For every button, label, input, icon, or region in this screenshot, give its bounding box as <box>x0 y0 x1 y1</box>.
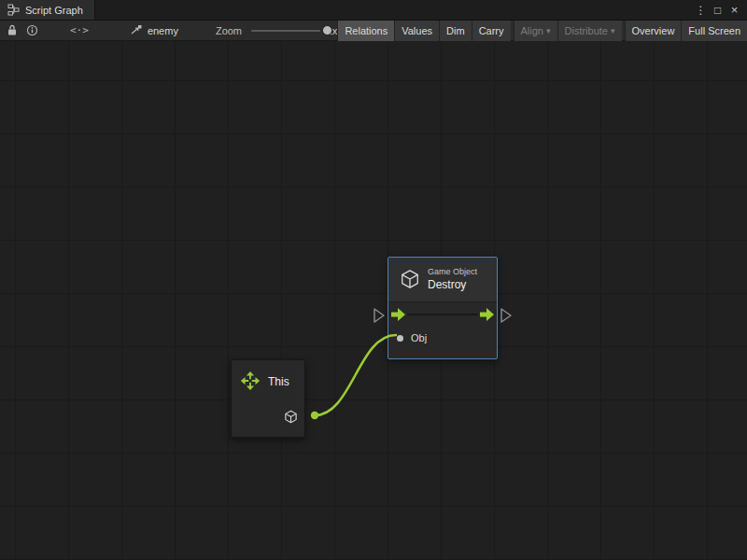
control-output-port[interactable] <box>480 308 494 321</box>
control-flow-row <box>388 302 497 327</box>
zoom-slider-track[interactable] <box>251 30 320 32</box>
window-controls: ⋮ □ × <box>694 0 747 20</box>
node-destroy[interactable]: Game Object Destroy Obj <box>388 257 498 359</box>
tab-title: Script Graph <box>25 5 83 16</box>
full-screen-button[interactable]: Full Screen <box>681 21 747 41</box>
zoom-slider[interactable] <box>251 25 320 36</box>
maximize-icon[interactable]: □ <box>711 4 725 17</box>
overview-button[interactable]: Overview <box>625 21 682 41</box>
info-icon[interactable] <box>26 24 38 36</box>
titlebar: Script Graph ⋮ □ × <box>0 0 747 21</box>
port-obj-label: Obj <box>411 332 427 343</box>
close-icon[interactable]: × <box>727 3 741 17</box>
chevron-down-icon: ▾ <box>546 26 551 35</box>
control-output-outer-port[interactable] <box>501 309 511 322</box>
graph-breadcrumb[interactable]: enemy <box>130 24 178 37</box>
script-graph-window: Script Graph ⋮ □ × <·> <box>0 0 747 560</box>
tab-script-graph[interactable]: Script Graph <box>0 0 95 20</box>
relations-button[interactable]: Relations <box>337 21 394 41</box>
code-view-icon[interactable]: <·> <box>70 24 89 36</box>
control-input-port[interactable] <box>391 308 405 321</box>
zoom-label: Zoom <box>216 25 242 36</box>
lock-icon[interactable] <box>7 24 18 36</box>
node-title: Destroy <box>428 278 477 292</box>
wire-this-to-obj[interactable] <box>315 335 396 415</box>
menu-icon[interactable]: ⋮ <box>694 4 708 17</box>
game-object-cube-icon <box>284 410 298 426</box>
node-category: Game Object <box>428 267 477 277</box>
graph-canvas[interactable]: Game Object Destroy Obj <box>0 41 747 560</box>
align-dropdown[interactable]: Align ▾ <box>514 21 557 41</box>
game-object-cube-icon <box>400 269 420 291</box>
node-this[interactable]: This <box>231 359 305 438</box>
carry-button[interactable]: Carry <box>472 21 511 41</box>
graph-breadcrumb-icon <box>130 24 143 37</box>
values-button[interactable]: Values <box>394 21 439 41</box>
graph-name: enemy <box>148 25 178 36</box>
value-port-dot[interactable] <box>397 335 403 342</box>
dim-button[interactable]: Dim <box>439 21 472 41</box>
toolbar-buttons: Relations Values Dim Carry Align ▾ Distr… <box>337 21 747 41</box>
node-title: This <box>268 375 289 388</box>
port-obj[interactable]: Obj <box>388 327 497 349</box>
control-input-outer-port[interactable] <box>374 309 384 322</box>
connections-overlay <box>0 41 747 560</box>
zoom-slider-handle[interactable] <box>322 25 332 35</box>
distribute-dropdown[interactable]: Distribute ▾ <box>557 21 622 41</box>
chevron-down-icon: ▾ <box>611 26 615 35</box>
node-destroy-header[interactable]: Game Object Destroy <box>388 258 497 302</box>
script-graph-icon <box>7 4 20 16</box>
this-output-port-dot[interactable] <box>311 412 318 419</box>
this-arrows-icon <box>240 371 261 393</box>
graph-toolbar: <·> enemy Zoom 1x Relations Values <box>0 21 747 41</box>
